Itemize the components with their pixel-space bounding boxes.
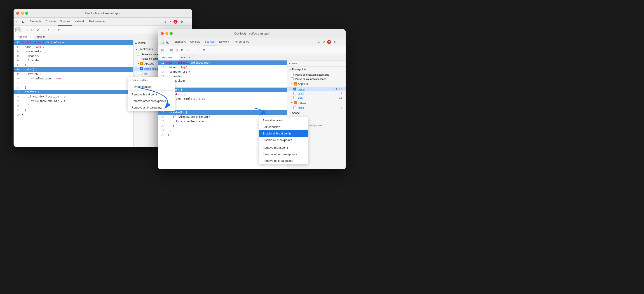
file-tab-appvue-front[interactable]: App.vue ×: [160, 54, 179, 60]
ctx-edit-condition-front[interactable]: Edit condition: [259, 124, 308, 130]
sidebar-toggle-front[interactable]: [160, 48, 165, 52]
format-icon-front[interactable]: ⊞: [169, 48, 174, 52]
bp-item-1-label-front: export: [298, 88, 331, 90]
line-content-14-back: components: {: [22, 50, 46, 53]
deactivate-icon[interactable]: ⊘: [57, 27, 62, 32]
toggle-icon-front[interactable]: ⊟: [174, 48, 179, 52]
pause-uncaught-cb-back[interactable]: [137, 53, 140, 56]
step-out-icon-front[interactable]: →: [196, 48, 201, 52]
ctx-edit-condition-back[interactable]: Edit condition: [128, 77, 175, 83]
watch-header-front[interactable]: ▶ Watch: [287, 60, 346, 66]
error-icon-front: ✕: [323, 40, 326, 43]
more-tabs-icon[interactable]: »: [163, 19, 168, 24]
tab-console-front[interactable]: Console: [188, 38, 202, 46]
bp-cb-1-front[interactable]: ✓: [294, 87, 296, 90]
step-into-icon[interactable]: ↑: [46, 27, 51, 32]
device-icon[interactable]: ⬕: [21, 19, 25, 24]
bp-main-cb-1-front[interactable]: [294, 106, 296, 109]
file-tab-appvue-close-front[interactable]: ×: [173, 56, 176, 59]
code-line-23-front: 23 created() {: [158, 110, 287, 115]
tab-performance-back[interactable]: Performance: [87, 17, 106, 26]
file-tab-appvue-close-back[interactable]: ×: [29, 35, 32, 38]
tab-console-back[interactable]: Console: [44, 17, 57, 26]
scope-section-front: ▼ Scope: [287, 110, 346, 116]
toggle-icon[interactable]: ⊟: [30, 27, 34, 32]
minimize-button-front[interactable]: [165, 32, 168, 35]
more-icon[interactable]: ⋮: [186, 19, 190, 24]
step-over-icon[interactable]: ↓: [41, 27, 46, 32]
step-over-icon-front[interactable]: ↓: [186, 48, 190, 52]
pause-caught-cb-back[interactable]: [137, 57, 140, 60]
ctx-remove-other-back[interactable]: Remove other breakpoints: [128, 98, 175, 104]
ctx-disable-all-front[interactable]: Disable all breakpoints: [259, 137, 308, 143]
tab-elements-front[interactable]: Elements: [172, 38, 188, 46]
ctx-enable-all-front[interactable]: Enable all breakpoints: [259, 130, 308, 137]
breakpoints-header-front[interactable]: ▼ Breakpoints: [287, 66, 346, 72]
bp-item-1-front[interactable]: ✓ export ✏ 🗑 12: [287, 87, 346, 91]
file-tab-maints-back[interactable]: main.ts: [34, 34, 48, 40]
delete-icon-front[interactable]: 🗑: [336, 88, 338, 90]
code-line-25-back: 25 this.showTemplate = f: [14, 99, 133, 103]
maximize-button-back[interactable]: [25, 12, 28, 15]
ctx-remove-all-back[interactable]: Remove all breakpoints: [128, 104, 175, 111]
line-num-25-front: 25: [158, 120, 166, 123]
pause-uncaught-cb-front[interactable]: [291, 73, 294, 76]
main-bp-group-front[interactable]: ▼ V mai..ts: [287, 100, 346, 106]
ctx-remove-bp-back[interactable]: Remove breakpoint: [128, 91, 175, 98]
line-num-15-back: 15: [14, 55, 22, 57]
deactivate-icon-front[interactable]: ⊘: [202, 48, 206, 52]
more-tabs-icon-front[interactable]: »: [317, 40, 321, 44]
inspect-icon[interactable]: ⬚: [15, 19, 20, 24]
bp-cb-2-back[interactable]: [140, 71, 143, 74]
appvue-bp-group-front[interactable]: ▼ V App.vue: [287, 81, 346, 87]
more-icon-front[interactable]: ⋮: [339, 40, 344, 44]
ctx-remove-all-front[interactable]: Remove all breakpoints: [259, 158, 308, 164]
close-button-front[interactable]: [161, 32, 164, 35]
bp-cb-1-back[interactable]: ✓: [140, 67, 143, 70]
tab-sources-back[interactable]: Sources: [58, 17, 72, 26]
line-num-28-back: 28: [14, 113, 22, 116]
ctx-remove-bp-front[interactable]: Remove breakpoint: [259, 144, 308, 151]
maximize-button-front[interactable]: [170, 32, 173, 35]
pause-caught-cb-front[interactable]: [291, 77, 294, 80]
minimize-button-back[interactable]: [21, 12, 24, 15]
bp-item-3-label-front: creat: [298, 96, 338, 99]
tab-elements-back[interactable]: Elements: [28, 17, 43, 26]
tab-sources-front[interactable]: Sources: [203, 38, 216, 46]
ctx-remove-other-front[interactable]: Remove other breakpoints: [259, 151, 308, 158]
bp-item-3-front[interactable]: creat 23: [287, 95, 346, 100]
bp-cb-3-front[interactable]: [294, 96, 296, 99]
ctx-reveal-location-back[interactable]: Reveal location: [128, 83, 175, 90]
step-into-icon-front[interactable]: ↑: [191, 48, 196, 52]
tab-network-front[interactable]: Network: [217, 38, 231, 46]
format-icon[interactable]: ⊞: [24, 27, 29, 32]
scope-label-front: Scope: [292, 111, 300, 115]
bp-main-1-front[interactable]: .use(r 8: [287, 106, 346, 110]
line-num-27-back: 27: [14, 109, 22, 112]
tab-network-back[interactable]: Network: [73, 17, 86, 26]
step-out-icon[interactable]: →: [52, 27, 56, 32]
device-icon-front[interactable]: ⬕: [165, 40, 170, 44]
settings-icon-front[interactable]: ⚙: [333, 40, 338, 44]
inspect-icon-front[interactable]: ⬚: [160, 40, 164, 44]
ctx-reveal-location-front[interactable]: Reveal location: [259, 117, 308, 124]
settings-icon[interactable]: ⚙: [179, 19, 184, 24]
line-content-25-back: this.showTemplate = f: [22, 99, 66, 103]
pause-icon[interactable]: ↺: [36, 27, 40, 32]
code-line-15-back: 15 Header,: [14, 54, 133, 58]
file-tab-appvue-back[interactable]: App.vue ×: [15, 34, 34, 40]
pause-icon-front[interactable]: ↺: [180, 48, 184, 52]
bp-main-1-line-front: 8: [341, 106, 342, 109]
scope-header-front[interactable]: ▼ Scope: [287, 110, 346, 116]
file-tab-maints-label-back: main.ts: [36, 35, 46, 38]
code-line-12-back: 12 export default defineCompon: [14, 40, 133, 45]
edit-icon-front[interactable]: ✏: [332, 88, 334, 90]
sidebar-toggle-back[interactable]: [15, 27, 21, 32]
line-num-13-front: 13: [158, 66, 166, 69]
bp-cb-2-front[interactable]: [294, 92, 296, 95]
code-area-back[interactable]: 12 export default defineCompon 13 name: …: [14, 40, 133, 147]
close-button-back[interactable]: [16, 12, 19, 15]
file-tab-maints-front[interactable]: main.ts: [179, 54, 192, 60]
bp-item-2-front[interactable]: data() 18: [287, 91, 346, 95]
tab-performance-front[interactable]: Performance: [232, 38, 251, 46]
